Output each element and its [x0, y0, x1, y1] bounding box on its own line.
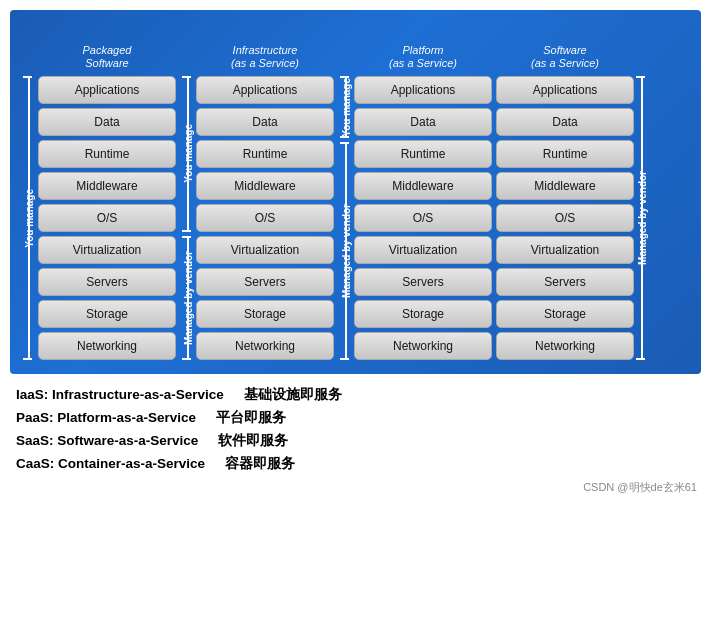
cell-saas-5: Virtualization: [496, 236, 634, 264]
cell-paas-0: Applications: [354, 76, 492, 104]
cell-paas-4: O/S: [354, 204, 492, 232]
main-container: You manage Packaged Software Application…: [0, 0, 711, 507]
col-subtitle-paas: (as a Service): [389, 57, 457, 71]
cell-packaged-5: Virtualization: [38, 236, 176, 264]
col-title-line2-packaged: Software: [85, 57, 128, 71]
cell-saas-3: Middleware: [496, 172, 634, 200]
cell-saas-7: Storage: [496, 300, 634, 328]
cell-packaged-8: Networking: [38, 332, 176, 360]
footnote-chinese-1: 基础设施即服务: [244, 387, 342, 402]
footnote-row-4: CaaS: Container-as-a-Service 容器即服务: [16, 453, 695, 476]
cell-paas-6: Servers: [354, 268, 492, 296]
cell-iaas-8: Networking: [196, 332, 334, 360]
footnote-chinese-2: 平台即服务: [216, 410, 286, 425]
footnote-abbr-2: PaaS:: [16, 410, 57, 425]
cell-paas-2: Runtime: [354, 140, 492, 168]
footnote-right-1: 基础设施即服务: [244, 384, 342, 407]
footnote-expansion-1: Infrastructure-as-a-Service: [52, 387, 224, 402]
watermark: CSDN @明快de玄米61: [10, 480, 701, 497]
cell-saas-6: Servers: [496, 268, 634, 296]
footnote-expansion-3: Software-as-a-Service: [57, 433, 198, 448]
footnote-right-2: 平台即服务: [216, 407, 286, 430]
col-data-saas: Software (as a Service) Applications Dat…: [496, 24, 634, 360]
saas-managed-tick-top: [636, 76, 645, 78]
diagram-grid: You manage Packaged Software Application…: [20, 24, 691, 360]
iaas-managed-bracket: Managed by vendor: [180, 236, 196, 360]
cell-iaas-7: Storage: [196, 300, 334, 328]
paas-managed-tick-bottom: [340, 358, 349, 360]
saas-managed-tick-bottom: [636, 358, 645, 360]
paas-you-manage-text: You manage: [341, 78, 352, 137]
paas-you-manage-group: You manage: [338, 76, 354, 138]
col-heading-paas: Platform (as a Service): [354, 24, 492, 76]
cell-packaged-3: Middleware: [38, 172, 176, 200]
cell-packaged-6: Servers: [38, 268, 176, 296]
cell-iaas-1: Data: [196, 108, 334, 136]
iaas-you-manage-tick-bottom: [182, 230, 191, 232]
footnote-chinese-4: 容器即服务: [225, 456, 295, 471]
cell-saas-8: Networking: [496, 332, 634, 360]
col-group-iaas: You manage Managed by vendor: [180, 24, 334, 360]
you-manage-label-packaged: You manage: [24, 189, 35, 248]
col-group-packaged: You manage Packaged Software Application…: [20, 24, 176, 360]
saas-managed-side: Managed by vendor: [634, 76, 650, 360]
col-title-paas: Platform: [403, 44, 444, 58]
footnote-row-2: PaaS: Platform-as-a-Service 平台即服务: [16, 407, 695, 430]
col-subtitle-iaas: (as a Service): [231, 57, 299, 71]
col-group-saas: Software (as a Service) Applications Dat…: [496, 24, 650, 360]
cells-packaged: Applications Data Runtime Middleware O/S…: [38, 76, 176, 360]
footnote-left-1: IaaS: Infrastructure-as-a-Service: [16, 384, 224, 407]
col-data-packaged: Packaged Software Applications Data Runt…: [38, 24, 176, 360]
cell-paas-3: Middleware: [354, 172, 492, 200]
paas-managed-text: Managed by vendor: [341, 204, 352, 298]
footnote-expansion-2: Platform-as-a-Service: [57, 410, 196, 425]
col-group-paas: You manage Managed by vendor: [338, 24, 492, 360]
cell-iaas-2: Runtime: [196, 140, 334, 168]
col-title-iaas: Infrastructure: [233, 44, 298, 58]
footnote-left-4: CaaS: Container-as-a-Service: [16, 453, 205, 476]
cell-iaas-4: O/S: [196, 204, 334, 232]
footnote-row-3: SaaS: Software-as-a-Service 软件即服务: [16, 430, 695, 453]
footnote-left-2: PaaS: Platform-as-a-Service: [16, 407, 196, 430]
col-heading-iaas: Infrastructure (as a Service): [196, 24, 334, 76]
cell-packaged-4: O/S: [38, 204, 176, 232]
iaas-managed-tick-bottom: [182, 358, 191, 360]
footnote-right-3: 软件即服务: [218, 430, 288, 453]
col-title-saas: Software: [543, 44, 586, 58]
col-data-iaas: Infrastructure (as a Service) Applicatio…: [196, 24, 334, 360]
cell-saas-4: O/S: [496, 204, 634, 232]
bracket-tick-top: [23, 76, 32, 78]
footnote-chinese-3: 软件即服务: [218, 433, 288, 448]
cell-iaas-0: Applications: [196, 76, 334, 104]
footnote-expansion-4: Container-as-a-Service: [58, 456, 205, 471]
col-heading-packaged: Packaged Software: [38, 24, 176, 76]
footnote-right-4: 容器即服务: [225, 453, 295, 476]
cell-packaged-2: Runtime: [38, 140, 176, 168]
cell-paas-1: Data: [354, 108, 492, 136]
footnote-left-3: SaaS: Software-as-a-Service: [16, 430, 198, 453]
diagram: You manage Packaged Software Application…: [10, 10, 701, 374]
paas-managed-group: Managed by vendor: [338, 142, 354, 360]
saas-managed-bracket: Managed by vendor: [634, 76, 650, 360]
col-heading-saas: Software (as a Service): [496, 24, 634, 76]
cells-saas: Applications Data Runtime Middleware O/S…: [496, 76, 634, 360]
cell-packaged-1: Data: [38, 108, 176, 136]
bracket-tick-bottom: [23, 358, 32, 360]
cell-iaas-5: Virtualization: [196, 236, 334, 264]
cell-saas-1: Data: [496, 108, 634, 136]
paas-managed-tick-top: [340, 142, 349, 144]
cell-saas-2: Runtime: [496, 140, 634, 168]
cell-packaged-7: Storage: [38, 300, 176, 328]
cell-paas-7: Storage: [354, 300, 492, 328]
cell-paas-5: Virtualization: [354, 236, 492, 264]
iaas-you-manage-text: You manage: [183, 124, 194, 183]
you-manage-packaged: You manage: [21, 76, 37, 360]
iaas-you-manage-bracket: You manage: [180, 76, 196, 232]
col-title-line1-packaged: Packaged: [83, 44, 132, 58]
footnote-row-1: IaaS: Infrastructure-as-a-Service 基础设施即服…: [16, 384, 695, 407]
footnote-abbr-4: CaaS:: [16, 456, 58, 471]
iaas-you-manage-group: You manage: [180, 76, 196, 232]
paas-managed-bracket: Managed by vendor: [338, 142, 354, 360]
iaas-managed-text: Managed by vendor: [183, 251, 194, 345]
iaas-you-manage-tick-top: [182, 76, 191, 78]
